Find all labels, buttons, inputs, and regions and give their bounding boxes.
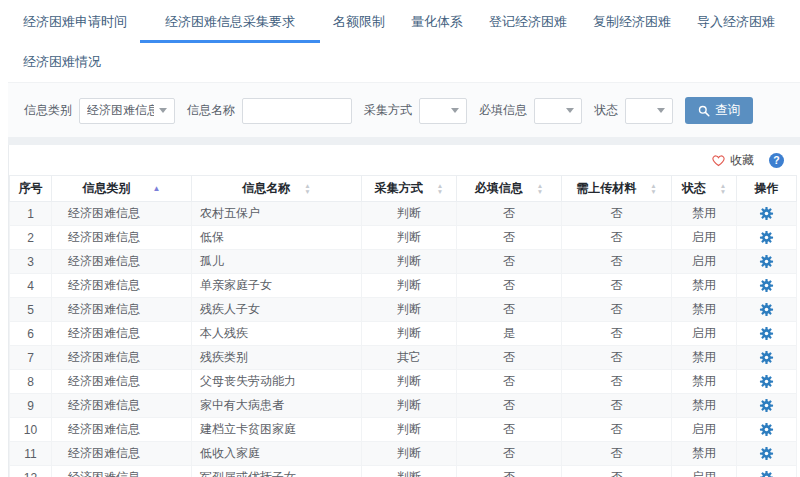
cell-upload: 否 [562, 298, 672, 322]
sort-icon[interactable]: ▲▼ [537, 183, 543, 194]
cell-status: 禁用 [672, 442, 737, 466]
cell-method: 判断 [362, 394, 457, 418]
settings-gear-icon[interactable] [757, 468, 776, 477]
settings-gear-icon[interactable] [757, 228, 776, 247]
settings-gear-icon[interactable] [757, 348, 776, 367]
cell-action [737, 322, 797, 346]
status-select[interactable] [625, 98, 673, 124]
tab-collect-requirements[interactable]: 经济困难信息采集要求 [140, 3, 320, 43]
cell-action [737, 298, 797, 322]
cell-index: 3 [10, 250, 52, 274]
cell-index: 1 [10, 202, 52, 226]
cell-name: 建档立卡贫困家庭 [192, 418, 362, 442]
cell-category: 经济困难信息 [52, 418, 192, 442]
tab-quota-limit[interactable]: 名额限制 [320, 3, 398, 43]
name-input[interactable] [242, 98, 352, 124]
cell-category: 经济困难信息 [52, 370, 192, 394]
cell-method: 判断 [362, 202, 457, 226]
cell-required: 否 [457, 226, 562, 250]
column-label: 需上传材料 [576, 181, 636, 195]
column-header-method[interactable]: 采集方式▲▼ [362, 176, 457, 202]
cell-category: 经济困难信息 [52, 346, 192, 370]
category-select-value: 经济困难信息 [87, 102, 154, 119]
cell-method: 判断 [362, 442, 457, 466]
column-header-name[interactable]: 信息名称▲▼ [192, 176, 362, 202]
cell-index: 12 [10, 466, 52, 477]
favorite-label: 收藏 [730, 152, 754, 169]
filter-panel: 信息类别 经济困难信息 信息名称 采集方式 必填信息 状态 查询 [8, 82, 800, 137]
settings-gear-icon[interactable] [757, 444, 776, 463]
column-header-required[interactable]: 必填信息▲▼ [457, 176, 562, 202]
settings-gear-icon[interactable] [757, 420, 776, 439]
cell-method: 判断 [362, 322, 457, 346]
cell-action [737, 226, 797, 250]
chevron-down-icon [451, 108, 459, 113]
cell-index: 6 [10, 322, 52, 346]
cell-method: 判断 [362, 298, 457, 322]
settings-gear-icon[interactable] [757, 276, 776, 295]
sort-icon[interactable]: ▲▼ [650, 183, 656, 194]
cell-status: 禁用 [672, 202, 737, 226]
tab-publicize[interactable]: 公示经济困难 [788, 3, 800, 43]
cell-category: 经济困难信息 [52, 202, 192, 226]
column-header-status[interactable]: 状态▲▼ [672, 176, 737, 202]
tab-register[interactable]: 登记经济困难 [476, 3, 580, 43]
tab-copy[interactable]: 复制经济困难 [580, 3, 684, 43]
settings-gear-icon[interactable] [757, 252, 776, 271]
required-select[interactable] [534, 98, 582, 124]
sort-icon[interactable]: ▲▼ [720, 183, 726, 194]
cell-required: 否 [457, 346, 562, 370]
cell-name: 本人残疾 [192, 322, 362, 346]
heart-icon [711, 153, 726, 167]
cell-name: 父母丧失劳动能力 [192, 370, 362, 394]
tab-apply-time[interactable]: 经济困难申请时间 [10, 3, 140, 43]
cell-required: 否 [457, 418, 562, 442]
cell-method: 判断 [362, 466, 457, 477]
favorite-button[interactable]: 收藏 [711, 152, 754, 169]
cell-name: 残疾人子女 [192, 298, 362, 322]
required-label: 必填信息 [479, 102, 527, 119]
search-button[interactable]: 查询 [685, 97, 753, 124]
settings-gear-icon[interactable] [757, 396, 776, 415]
category-select[interactable]: 经济困难信息 [79, 98, 175, 124]
settings-gear-icon[interactable] [757, 324, 776, 343]
table-row: 3经济困难信息孤儿判断否否启用 [10, 250, 797, 274]
cell-status: 启用 [672, 322, 737, 346]
column-header-action: 操作 [737, 176, 797, 202]
column-header-upload[interactable]: 需上传材料▲▼ [562, 176, 672, 202]
table-row: 6经济困难信息本人残疾判断是否启用 [10, 322, 797, 346]
sort-icon[interactable]: ▲▼ [437, 183, 443, 194]
help-icon[interactable]: ? [769, 153, 784, 168]
table-toolbar: 收藏 ? [9, 145, 800, 175]
settings-gear-icon[interactable] [757, 372, 776, 391]
cell-category: 经济困难信息 [52, 442, 192, 466]
tab-import[interactable]: 导入经济困难 [684, 3, 788, 43]
info-table: 序号信息类别▲信息名称▲▼采集方式▲▼必填信息▲▼需上传材料▲▼状态▲▼操作 1… [9, 175, 797, 477]
cell-index: 9 [10, 394, 52, 418]
cell-upload: 否 [562, 274, 672, 298]
chevron-down-icon [566, 108, 574, 113]
cell-action [737, 442, 797, 466]
sort-icon[interactable]: ▲▼ [304, 183, 310, 194]
cell-status: 启用 [672, 226, 737, 250]
cell-index: 4 [10, 274, 52, 298]
tab-situation[interactable]: 经济困难情况 [10, 43, 114, 82]
table-row: 5经济困难信息残疾人子女判断否否禁用 [10, 298, 797, 322]
cell-method: 判断 [362, 226, 457, 250]
settings-gear-icon[interactable] [757, 204, 776, 223]
column-label: 操作 [755, 181, 779, 195]
cell-method: 判断 [362, 250, 457, 274]
cell-category: 经济困难信息 [52, 298, 192, 322]
method-select[interactable] [419, 98, 467, 124]
settings-gear-icon[interactable] [757, 300, 776, 319]
column-header-category[interactable]: 信息类别▲ [52, 176, 192, 202]
status-label: 状态 [594, 102, 618, 119]
column-header-index: 序号 [10, 176, 52, 202]
cell-index: 2 [10, 226, 52, 250]
cell-required: 否 [457, 274, 562, 298]
cell-method: 判断 [362, 418, 457, 442]
tab-quant-system[interactable]: 量化体系 [398, 3, 476, 43]
sort-ascending-icon[interactable]: ▲ [153, 184, 161, 193]
cell-action [737, 346, 797, 370]
table-row: 8经济困难信息父母丧失劳动能力判断否否禁用 [10, 370, 797, 394]
